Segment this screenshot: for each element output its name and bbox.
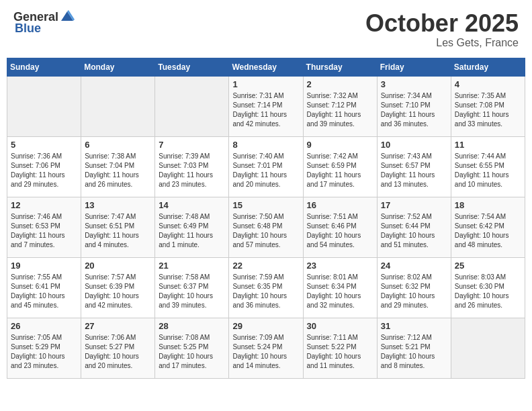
calendar-cell: 8Sunrise: 7:40 AM Sunset: 7:01 PM Daylig… <box>229 136 303 197</box>
day-number: 29 <box>232 321 299 331</box>
day-info: Sunrise: 7:39 AM Sunset: 7:03 PM Dayligh… <box>159 152 225 189</box>
calendar-cell: 29Sunrise: 7:09 AM Sunset: 5:24 PM Dayli… <box>229 318 303 378</box>
calendar-cell: 12Sunrise: 7:46 AM Sunset: 6:53 PM Dayli… <box>7 197 81 257</box>
calendar-cell: 11Sunrise: 7:44 AM Sunset: 6:55 PM Dayli… <box>451 136 525 197</box>
day-info: Sunrise: 7:51 AM Sunset: 6:46 PM Dayligh… <box>307 212 373 250</box>
day-of-week-header: Sunday <box>7 58 81 76</box>
calendar-cell <box>81 76 155 136</box>
day-number: 23 <box>307 261 373 271</box>
day-number: 19 <box>11 261 77 271</box>
calendar-cell: 28Sunrise: 7:08 AM Sunset: 5:25 PM Dayli… <box>155 318 229 378</box>
calendar-cell: 31Sunrise: 7:12 AM Sunset: 5:21 PM Dayli… <box>377 318 451 378</box>
calendar-cell <box>7 76 81 136</box>
day-number: 27 <box>85 321 151 331</box>
day-of-week-header: Monday <box>81 58 155 76</box>
day-info: Sunrise: 7:43 AM Sunset: 6:57 PM Dayligh… <box>381 152 447 189</box>
calendar-cell <box>451 318 525 378</box>
day-info: Sunrise: 7:57 AM Sunset: 6:39 PM Dayligh… <box>85 273 151 310</box>
calendar-week-row: 5Sunrise: 7:36 AM Sunset: 7:06 PM Daylig… <box>7 136 525 197</box>
calendar-cell: 5Sunrise: 7:36 AM Sunset: 7:06 PM Daylig… <box>7 136 81 197</box>
day-info: Sunrise: 7:05 AM Sunset: 5:29 PM Dayligh… <box>11 333 77 371</box>
day-number: 30 <box>307 321 373 331</box>
day-number: 3 <box>381 79 447 89</box>
day-number: 10 <box>381 140 447 150</box>
day-info: Sunrise: 7:50 AM Sunset: 6:48 PM Dayligh… <box>232 212 299 250</box>
calendar-cell: 2Sunrise: 7:32 AM Sunset: 7:12 PM Daylig… <box>303 76 377 136</box>
day-of-week-header: Wednesday <box>229 58 303 76</box>
calendar-cell: 17Sunrise: 7:52 AM Sunset: 6:44 PM Dayli… <box>377 197 451 257</box>
calendar-week-row: 12Sunrise: 7:46 AM Sunset: 6:53 PM Dayli… <box>7 197 525 257</box>
calendar-cell: 16Sunrise: 7:51 AM Sunset: 6:46 PM Dayli… <box>303 197 377 257</box>
day-info: Sunrise: 7:35 AM Sunset: 7:08 PM Dayligh… <box>455 91 521 129</box>
day-number: 16 <box>307 200 373 210</box>
day-number: 31 <box>381 321 447 331</box>
calendar-cell: 3Sunrise: 7:34 AM Sunset: 7:10 PM Daylig… <box>377 76 451 136</box>
day-info: Sunrise: 7:59 AM Sunset: 6:35 PM Dayligh… <box>232 273 299 310</box>
day-number: 28 <box>159 321 225 331</box>
day-info: Sunrise: 7:34 AM Sunset: 7:10 PM Dayligh… <box>381 91 447 129</box>
day-number: 8 <box>232 140 299 150</box>
day-number: 14 <box>159 200 225 210</box>
day-info: Sunrise: 7:40 AM Sunset: 7:01 PM Dayligh… <box>232 152 299 189</box>
calendar-cell: 22Sunrise: 7:59 AM Sunset: 6:35 PM Dayli… <box>229 257 303 318</box>
day-number: 7 <box>159 140 225 150</box>
calendar-week-row: 19Sunrise: 7:55 AM Sunset: 6:41 PM Dayli… <box>7 257 525 318</box>
logo-icon <box>60 9 75 24</box>
day-info: Sunrise: 7:55 AM Sunset: 6:41 PM Dayligh… <box>11 273 77 310</box>
calendar-cell: 7Sunrise: 7:39 AM Sunset: 7:03 PM Daylig… <box>155 136 229 197</box>
day-number: 22 <box>232 261 299 271</box>
day-info: Sunrise: 7:09 AM Sunset: 5:24 PM Dayligh… <box>232 333 299 371</box>
calendar-cell: 4Sunrise: 7:35 AM Sunset: 7:08 PM Daylig… <box>451 76 525 136</box>
calendar-cell: 9Sunrise: 7:42 AM Sunset: 6:59 PM Daylig… <box>303 136 377 197</box>
calendar-cell <box>155 76 229 136</box>
day-number: 24 <box>381 261 447 271</box>
day-number: 13 <box>85 200 151 210</box>
day-info: Sunrise: 7:54 AM Sunset: 6:42 PM Dayligh… <box>455 212 521 250</box>
day-info: Sunrise: 7:12 AM Sunset: 5:21 PM Dayligh… <box>381 333 447 371</box>
day-number: 18 <box>455 200 521 210</box>
day-number: 11 <box>455 140 521 150</box>
day-number: 20 <box>85 261 151 271</box>
day-number: 12 <box>11 200 77 210</box>
location: Les Gets, France <box>365 37 519 49</box>
day-number: 26 <box>11 321 77 331</box>
calendar-cell: 6Sunrise: 7:38 AM Sunset: 7:04 PM Daylig… <box>81 136 155 197</box>
day-info: Sunrise: 8:01 AM Sunset: 6:34 PM Dayligh… <box>307 273 373 310</box>
calendar-cell: 13Sunrise: 7:47 AM Sunset: 6:51 PM Dayli… <box>81 197 155 257</box>
day-info: Sunrise: 7:46 AM Sunset: 6:53 PM Dayligh… <box>11 212 77 250</box>
calendar-cell: 21Sunrise: 7:58 AM Sunset: 6:37 PM Dayli… <box>155 257 229 318</box>
calendar-cell: 30Sunrise: 7:11 AM Sunset: 5:22 PM Dayli… <box>303 318 377 378</box>
title-block: October 2025 Les Gets, France <box>365 10 519 49</box>
calendar-cell: 20Sunrise: 7:57 AM Sunset: 6:39 PM Dayli… <box>81 257 155 318</box>
day-number: 21 <box>159 261 225 271</box>
day-info: Sunrise: 7:32 AM Sunset: 7:12 PM Dayligh… <box>307 91 373 129</box>
day-info: Sunrise: 8:03 AM Sunset: 6:30 PM Dayligh… <box>455 273 521 310</box>
day-info: Sunrise: 7:52 AM Sunset: 6:44 PM Dayligh… <box>381 212 447 250</box>
day-info: Sunrise: 7:11 AM Sunset: 5:22 PM Dayligh… <box>307 333 373 371</box>
day-info: Sunrise: 7:06 AM Sunset: 5:27 PM Dayligh… <box>85 333 151 371</box>
logo-blue: Blue <box>15 21 41 36</box>
logo: General Blue <box>13 10 75 36</box>
day-of-week-header: Saturday <box>451 58 525 76</box>
day-number: 2 <box>307 79 373 89</box>
day-info: Sunrise: 7:47 AM Sunset: 6:51 PM Dayligh… <box>85 212 151 250</box>
day-of-week-header: Tuesday <box>155 58 229 76</box>
day-info: Sunrise: 7:08 AM Sunset: 5:25 PM Dayligh… <box>159 333 225 371</box>
day-of-week-header: Friday <box>377 58 451 76</box>
day-info: Sunrise: 7:38 AM Sunset: 7:04 PM Dayligh… <box>85 152 151 189</box>
page-header: General Blue October 2025 Les Gets, Fran… <box>7 7 525 52</box>
calendar-cell: 27Sunrise: 7:06 AM Sunset: 5:27 PM Dayli… <box>81 318 155 378</box>
header-row: SundayMondayTuesdayWednesdayThursdayFrid… <box>7 58 525 76</box>
day-number: 15 <box>232 200 299 210</box>
day-number: 9 <box>307 140 373 150</box>
day-number: 17 <box>381 200 447 210</box>
calendar-cell: 10Sunrise: 7:43 AM Sunset: 6:57 PM Dayli… <box>377 136 451 197</box>
calendar-cell: 25Sunrise: 8:03 AM Sunset: 6:30 PM Dayli… <box>451 257 525 318</box>
day-info: Sunrise: 7:42 AM Sunset: 6:59 PM Dayligh… <box>307 152 373 189</box>
calendar-cell: 19Sunrise: 7:55 AM Sunset: 6:41 PM Dayli… <box>7 257 81 318</box>
day-of-week-header: Thursday <box>303 58 377 76</box>
day-info: Sunrise: 7:31 AM Sunset: 7:14 PM Dayligh… <box>232 91 299 129</box>
calendar-cell: 15Sunrise: 7:50 AM Sunset: 6:48 PM Dayli… <box>229 197 303 257</box>
day-number: 6 <box>85 140 151 150</box>
calendar-cell: 18Sunrise: 7:54 AM Sunset: 6:42 PM Dayli… <box>451 197 525 257</box>
